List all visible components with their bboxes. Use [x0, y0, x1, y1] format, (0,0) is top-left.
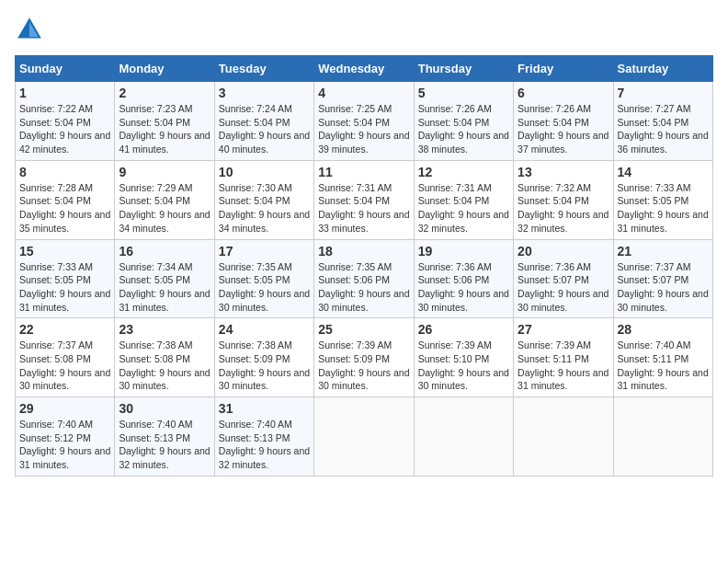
day-number: 13	[518, 165, 609, 179]
day-detail: Sunrise: 7:36 AM Sunset: 5:06 PM Dayligh…	[418, 260, 509, 315]
column-header-wednesday: Wednesday	[314, 56, 414, 82]
header	[15, 15, 713, 44]
calendar-table: SundayMondayTuesdayWednesdayThursdayFrid…	[15, 55, 713, 477]
column-header-sunday: Sunday	[16, 56, 115, 82]
column-header-thursday: Thursday	[414, 56, 513, 82]
day-detail: Sunrise: 7:25 AM Sunset: 5:04 PM Dayligh…	[318, 102, 409, 156]
calendar-cell: 4 Sunrise: 7:25 AM Sunset: 5:04 PM Dayli…	[314, 82, 414, 161]
day-number: 8	[19, 165, 110, 179]
calendar-week-3: 15 Sunrise: 7:33 AM Sunset: 5:05 PM Dayl…	[16, 239, 713, 318]
day-number: 26	[418, 322, 509, 337]
day-number: 9	[119, 165, 210, 179]
day-detail: Sunrise: 7:29 AM Sunset: 5:04 PM Dayligh…	[119, 181, 210, 236]
day-number: 14	[618, 165, 709, 179]
calendar-cell: 14 Sunrise: 7:33 AM Sunset: 5:05 PM Dayl…	[613, 160, 712, 239]
day-number: 3	[219, 86, 310, 100]
day-number: 11	[318, 165, 409, 179]
calendar-cell: 24 Sunrise: 7:38 AM Sunset: 5:09 PM Dayl…	[214, 318, 313, 397]
day-number: 4	[318, 86, 409, 100]
calendar-cell: 26 Sunrise: 7:39 AM Sunset: 5:10 PM Dayl…	[414, 318, 513, 397]
calendar-cell: 12 Sunrise: 7:31 AM Sunset: 5:04 PM Dayl…	[414, 160, 513, 239]
day-detail: Sunrise: 7:33 AM Sunset: 5:05 PM Dayligh…	[19, 260, 110, 315]
calendar-cell: 20 Sunrise: 7:36 AM Sunset: 5:07 PM Dayl…	[514, 239, 613, 318]
calendar-cell: 25 Sunrise: 7:39 AM Sunset: 5:09 PM Dayl…	[314, 318, 414, 397]
calendar-cell: 7 Sunrise: 7:27 AM Sunset: 5:04 PM Dayli…	[613, 82, 712, 161]
logo-icon	[15, 15, 44, 44]
day-number: 18	[318, 244, 409, 259]
calendar-cell: 11 Sunrise: 7:31 AM Sunset: 5:04 PM Dayl…	[314, 160, 414, 239]
day-number: 12	[418, 165, 509, 179]
day-detail: Sunrise: 7:38 AM Sunset: 5:08 PM Dayligh…	[119, 339, 210, 393]
calendar-cell: 30 Sunrise: 7:40 AM Sunset: 5:13 PM Dayl…	[115, 397, 214, 477]
calendar-cell: 28 Sunrise: 7:40 AM Sunset: 5:11 PM Dayl…	[613, 318, 712, 397]
day-detail: Sunrise: 7:26 AM Sunset: 5:04 PM Dayligh…	[518, 102, 609, 156]
svg-marker-1	[29, 22, 39, 37]
day-number: 2	[119, 86, 210, 100]
calendar-cell: 9 Sunrise: 7:29 AM Sunset: 5:04 PM Dayli…	[115, 160, 214, 239]
day-detail: Sunrise: 7:40 AM Sunset: 5:12 PM Dayligh…	[19, 418, 110, 472]
day-detail: Sunrise: 7:39 AM Sunset: 5:09 PM Dayligh…	[318, 339, 409, 393]
day-number: 5	[418, 86, 509, 100]
day-detail: Sunrise: 7:39 AM Sunset: 5:10 PM Dayligh…	[418, 339, 509, 393]
calendar-week-5: 29 Sunrise: 7:40 AM Sunset: 5:12 PM Dayl…	[16, 397, 713, 477]
column-header-tuesday: Tuesday	[214, 56, 313, 82]
day-number: 1	[19, 86, 110, 100]
calendar-cell: 6 Sunrise: 7:26 AM Sunset: 5:04 PM Dayli…	[514, 82, 613, 161]
day-detail: Sunrise: 7:40 AM Sunset: 5:11 PM Dayligh…	[618, 339, 709, 393]
day-number: 6	[518, 86, 609, 100]
day-number: 16	[119, 244, 210, 259]
day-detail: Sunrise: 7:39 AM Sunset: 5:11 PM Dayligh…	[518, 339, 609, 393]
calendar-cell: 21 Sunrise: 7:37 AM Sunset: 5:07 PM Dayl…	[613, 239, 712, 318]
day-number: 24	[219, 322, 310, 337]
day-detail: Sunrise: 7:27 AM Sunset: 5:04 PM Dayligh…	[618, 102, 709, 156]
calendar-cell: 3 Sunrise: 7:24 AM Sunset: 5:04 PM Dayli…	[214, 82, 313, 161]
calendar-cell: 2 Sunrise: 7:23 AM Sunset: 5:04 PM Dayli…	[115, 82, 214, 161]
day-detail: Sunrise: 7:24 AM Sunset: 5:04 PM Dayligh…	[219, 102, 310, 156]
calendar-cell	[314, 397, 414, 477]
day-detail: Sunrise: 7:35 AM Sunset: 5:06 PM Dayligh…	[318, 260, 409, 315]
day-number: 27	[518, 322, 609, 337]
day-number: 31	[219, 401, 310, 416]
calendar-cell	[414, 397, 513, 477]
day-number: 15	[19, 244, 110, 259]
day-detail: Sunrise: 7:37 AM Sunset: 5:07 PM Dayligh…	[618, 260, 709, 315]
calendar-cell: 5 Sunrise: 7:26 AM Sunset: 5:04 PM Dayli…	[414, 82, 513, 161]
day-number: 17	[219, 244, 310, 259]
day-detail: Sunrise: 7:35 AM Sunset: 5:05 PM Dayligh…	[219, 260, 310, 315]
day-number: 22	[19, 322, 110, 337]
calendar-cell: 8 Sunrise: 7:28 AM Sunset: 5:04 PM Dayli…	[16, 160, 115, 239]
day-number: 19	[418, 244, 509, 259]
day-detail: Sunrise: 7:33 AM Sunset: 5:05 PM Dayligh…	[618, 181, 709, 236]
day-detail: Sunrise: 7:23 AM Sunset: 5:04 PM Dayligh…	[119, 102, 210, 156]
day-detail: Sunrise: 7:37 AM Sunset: 5:08 PM Dayligh…	[19, 339, 110, 393]
calendar-week-1: 1 Sunrise: 7:22 AM Sunset: 5:04 PM Dayli…	[16, 82, 713, 161]
day-detail: Sunrise: 7:31 AM Sunset: 5:04 PM Dayligh…	[318, 181, 409, 236]
calendar-cell: 22 Sunrise: 7:37 AM Sunset: 5:08 PM Dayl…	[16, 318, 115, 397]
day-number: 20	[518, 244, 609, 259]
calendar-cell: 31 Sunrise: 7:40 AM Sunset: 5:13 PM Dayl…	[214, 397, 313, 477]
day-detail: Sunrise: 7:32 AM Sunset: 5:04 PM Dayligh…	[518, 181, 609, 236]
day-detail: Sunrise: 7:40 AM Sunset: 5:13 PM Dayligh…	[219, 418, 310, 472]
day-detail: Sunrise: 7:22 AM Sunset: 5:04 PM Dayligh…	[19, 102, 110, 156]
calendar-cell: 16 Sunrise: 7:34 AM Sunset: 5:05 PM Dayl…	[115, 239, 214, 318]
column-header-monday: Monday	[115, 56, 214, 82]
column-header-friday: Friday	[514, 56, 613, 82]
calendar-cell: 23 Sunrise: 7:38 AM Sunset: 5:08 PM Dayl…	[115, 318, 214, 397]
calendar-cell: 18 Sunrise: 7:35 AM Sunset: 5:06 PM Dayl…	[314, 239, 414, 318]
logo	[15, 15, 48, 44]
day-number: 29	[19, 401, 110, 416]
day-number: 21	[618, 244, 709, 259]
calendar-cell: 15 Sunrise: 7:33 AM Sunset: 5:05 PM Dayl…	[16, 239, 115, 318]
day-detail: Sunrise: 7:26 AM Sunset: 5:04 PM Dayligh…	[418, 102, 509, 156]
day-detail: Sunrise: 7:30 AM Sunset: 5:04 PM Dayligh…	[219, 181, 310, 236]
calendar-cell	[514, 397, 613, 477]
calendar-cell: 10 Sunrise: 7:30 AM Sunset: 5:04 PM Dayl…	[214, 160, 313, 239]
calendar-cell: 27 Sunrise: 7:39 AM Sunset: 5:11 PM Dayl…	[514, 318, 613, 397]
calendar-week-2: 8 Sunrise: 7:28 AM Sunset: 5:04 PM Dayli…	[16, 160, 713, 239]
day-number: 25	[318, 322, 409, 337]
day-detail: Sunrise: 7:34 AM Sunset: 5:05 PM Dayligh…	[119, 260, 210, 315]
day-detail: Sunrise: 7:38 AM Sunset: 5:09 PM Dayligh…	[219, 339, 310, 393]
day-number: 7	[618, 86, 709, 100]
day-detail: Sunrise: 7:31 AM Sunset: 5:04 PM Dayligh…	[418, 181, 509, 236]
day-number: 30	[119, 401, 210, 416]
